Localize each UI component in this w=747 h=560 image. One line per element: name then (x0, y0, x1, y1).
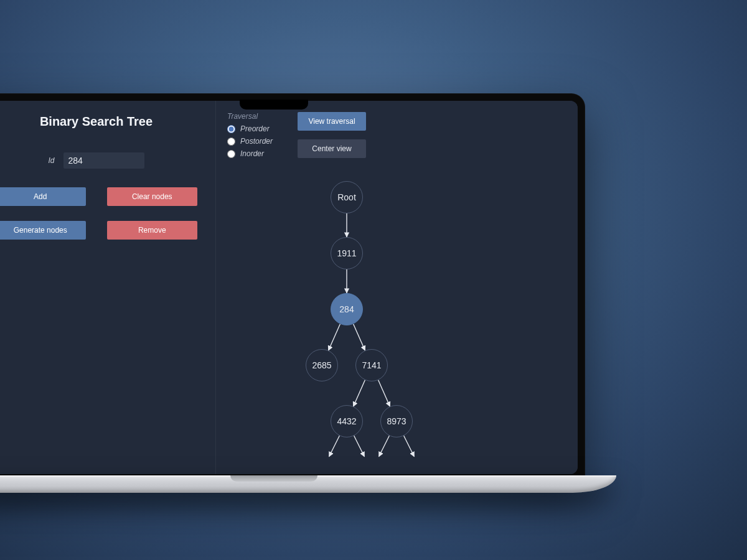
svg-line-8 (379, 436, 390, 456)
traversal-heading: Traversal (227, 112, 273, 121)
laptop-base (0, 475, 616, 493)
traversal-label: Inorder (240, 149, 264, 158)
page-title: Binary Search Tree (0, 114, 197, 129)
app-screen: Binary Search Tree Id Add Clear nodes Ge… (0, 101, 578, 474)
tree-node[interactable]: 7141 (355, 349, 388, 381)
canvas-area[interactable]: Traversal PreorderPostorderInorder View … (216, 101, 578, 474)
svg-line-4 (354, 380, 365, 406)
button-grid: Add Clear nodes Generate nodes Remove (0, 187, 197, 240)
generate-nodes-button[interactable]: Generate nodes (0, 221, 86, 240)
sidebar: Binary Search Tree Id Add Clear nodes Ge… (0, 101, 216, 474)
id-input[interactable] (63, 152, 144, 169)
traversal-group: Traversal PreorderPostorderInorder (227, 112, 273, 162)
traversal-option-preorder[interactable]: Preorder (227, 124, 273, 133)
svg-line-6 (329, 436, 340, 456)
add-button[interactable]: Add (0, 187, 86, 206)
clear-nodes-button[interactable]: Clear nodes (107, 187, 198, 206)
svg-line-2 (329, 324, 341, 350)
tree-node[interactable]: 1911 (331, 237, 363, 269)
traversal-option-inorder[interactable]: Inorder (227, 149, 273, 158)
view-traversal-button[interactable]: View traversal (298, 112, 366, 131)
svg-line-7 (354, 436, 365, 456)
laptop-bezel: Binary Search Tree Id Add Clear nodes Ge… (0, 93, 585, 479)
traversal-label: Preorder (240, 124, 270, 133)
tree-node[interactable]: 8973 (380, 405, 413, 437)
id-row: Id (0, 152, 197, 169)
tree-node[interactable]: 2685 (306, 349, 338, 381)
laptop-notch (240, 100, 308, 110)
remove-button[interactable]: Remove (107, 221, 198, 240)
traversal-radio-inorder[interactable] (227, 150, 235, 158)
traversal-option-postorder[interactable]: Postorder (227, 137, 273, 146)
svg-line-3 (354, 324, 365, 350)
traversal-radio-preorder[interactable] (227, 125, 235, 133)
traversal-radio-postorder[interactable] (227, 138, 235, 146)
id-label: Id (48, 156, 54, 165)
tree-node[interactable]: 284 (331, 293, 363, 325)
svg-line-9 (404, 436, 415, 456)
traversal-label: Postorder (240, 137, 273, 146)
laptop-mockup: Binary Search Tree Id Add Clear nodes Ge… (0, 93, 585, 516)
tree-node[interactable]: Root (331, 181, 363, 213)
tree-node[interactable]: 4432 (331, 405, 363, 437)
top-controls: Traversal PreorderPostorderInorder View … (227, 112, 566, 162)
svg-line-5 (378, 380, 390, 406)
tree-viewport[interactable]: Root19112842685714144328973 (216, 172, 578, 474)
traversal-actions: View traversal Center view (298, 112, 366, 158)
center-view-button[interactable]: Center view (298, 139, 366, 158)
